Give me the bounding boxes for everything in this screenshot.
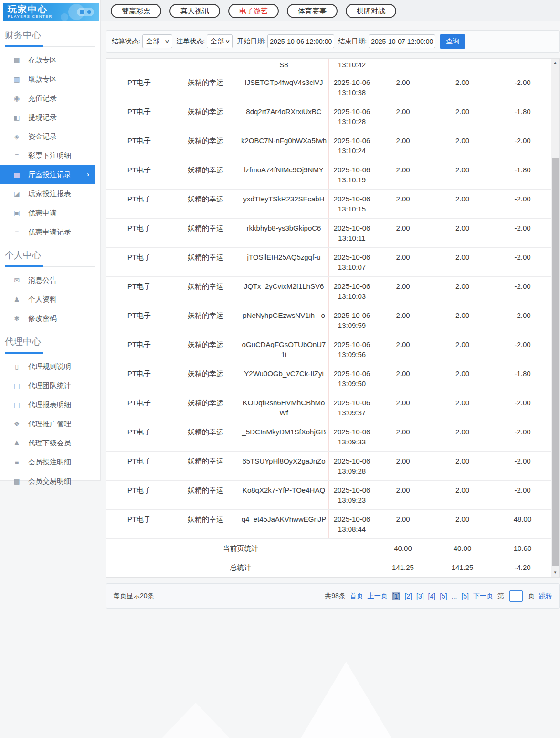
sidebar-section: 财务中心 ▤ 存款专区 › ▥ 取款专区 › ◉ 充值记录 › ◧ 提现记录 ›… [0, 26, 100, 242]
cell-winloss: -2.00 [494, 219, 551, 247]
sidebar-section-title: 个人中心 [5, 246, 95, 267]
cell-datetime: 2025-10-06 13:08:44 [329, 510, 375, 538]
start-date-input[interactable] [267, 34, 334, 48]
sidebar-item-member-bet-details[interactable]: ≡ 会员投注明细 › [0, 453, 100, 472]
page-number-link[interactable]: [4] [428, 592, 436, 600]
cell-game: 妖精的幸运 [172, 335, 239, 364]
page-number-link[interactable]: [5] [461, 592, 469, 600]
sidebar-item-profile[interactable]: ♟ 个人资料 › [0, 290, 100, 309]
cell-order-id: 65TSUYpHl8OyX2gaJnZo [239, 452, 329, 480]
end-date-input[interactable] [369, 34, 435, 48]
cell-game: 妖精的幸运 [172, 131, 239, 160]
nav-tab-electronic-games[interactable]: 电子游艺 [228, 4, 279, 18]
cell-game: 妖精的幸运 [172, 102, 239, 131]
first-page-link[interactable]: 首页 [350, 592, 363, 601]
nav-tab-sports[interactable]: 体育赛事 [287, 4, 338, 18]
background-watermark-triangle [141, 703, 251, 738]
cell-winloss: -2.00 [494, 306, 551, 335]
scroll-down-arrow-icon[interactable]: ▼ [551, 569, 559, 577]
cell-order-id: Ko8qX2k7-YfP-TOe4HAQ [239, 481, 329, 509]
summary-row: 总统计 141.25 141.25 -4.20 [106, 558, 551, 577]
cell-datetime: 2025-10-06 13:10:11 [329, 219, 375, 247]
app-subtitle: PLAYERS CENTER [8, 14, 94, 19]
cell-game: 妖精的幸运 [172, 248, 239, 276]
jump-button[interactable]: 跳转 [539, 592, 552, 601]
sidebar-item-funds-records[interactable]: ◈ 资金记录 › [0, 127, 100, 146]
cell-winloss: -1.80 [494, 364, 551, 393]
user-icon: ♟ [12, 295, 21, 303]
page-number-link[interactable]: [5] [440, 592, 447, 600]
bet-records-table: S8 13:10:42 PT电子 妖精的幸运 IJSETGTp4fwqV4s3c… [106, 58, 560, 578]
settle-status-select[interactable]: 全部 ∨ [142, 34, 172, 48]
sidebar-item-agent-promotion[interactable]: ❖ 代理推广管理 › [0, 414, 100, 433]
sidebar-item-announcements[interactable]: ✉ 消息公告 › [0, 271, 100, 290]
jump-page-input[interactable] [509, 590, 523, 602]
sidebar-item-label: 会员交易明细 [28, 477, 71, 486]
cell-winloss: -2.00 [494, 452, 551, 480]
cell-winloss: -2.00 [494, 277, 551, 306]
nav-tab-board-games[interactable]: 棋牌对战 [346, 4, 396, 18]
scrollbar-thumb[interactable] [552, 158, 559, 566]
prev-page-link[interactable]: 上一页 [368, 592, 388, 601]
sidebar-item-agent-rules[interactable]: ▯ 代理规则说明 › [0, 357, 100, 376]
cell-order-id: KODqfRsn6HVMhCBhMoWf [239, 393, 329, 422]
nav-tab-lottery[interactable]: 雙赢彩票 [111, 4, 161, 18]
sidebar-item-label: 存款专区 [28, 56, 57, 65]
cell-winloss: -2.00 [494, 481, 551, 509]
cell-valid-bet: 2.00 [431, 481, 494, 509]
sidebar-item-agent-team-stats[interactable]: ▤ 代理团队统计 › [0, 376, 100, 395]
cell-game: 妖精的幸运 [172, 510, 239, 538]
sidebar-item-agent-sub-members[interactable]: ♟ 代理下级会员 › [0, 433, 100, 453]
vertical-scrollbar[interactable]: ▲ ▼ [551, 59, 559, 577]
scroll-up-arrow-icon[interactable]: ▲ [551, 59, 559, 67]
report-book-icon: ▤ [12, 401, 21, 409]
sidebar-item-promo-application-records[interactable]: ≡ 优惠申请记录 › [0, 222, 100, 242]
sidebar-item-player-bet-report[interactable]: ◪ 玩家投注报表 › [0, 184, 100, 203]
nav-tab-live-video[interactable]: 真人视讯 [169, 4, 220, 18]
cell-winloss: -2.00 [494, 393, 551, 422]
cell-bet-amount: 2.00 [375, 190, 431, 218]
page-number-link[interactable]: [1] [392, 592, 401, 600]
sidebar-item-promo-application[interactable]: ▣ 优惠申请 › [0, 203, 100, 222]
sidebar-item-agent-report-details[interactable]: ▤ 代理报表明细 › [0, 395, 100, 414]
search-button[interactable]: 查询 [440, 34, 465, 49]
page-number-link[interactable]: [3] [416, 592, 424, 600]
table-row: PT电子 妖精的幸运 _5DCInMkyDM1SfXohjGB 2025-10-… [106, 422, 551, 452]
table-row: PT电子 妖精的幸运 65TSUYpHl8OyX2gaJnZo 2025-10-… [106, 452, 551, 481]
cell-bet-amount: 2.00 [375, 364, 431, 393]
cell-valid-bet: 2.00 [431, 364, 494, 393]
users-icon: ♟ [12, 439, 21, 447]
cell-bet-amount: 2.00 [375, 160, 431, 189]
cell-winloss: -1.80 [494, 160, 551, 189]
sidebar-item-label: 优惠申请记录 [28, 228, 71, 237]
sidebar-item-change-password[interactable]: ✱ 修改密码 › [0, 309, 100, 328]
cell-venue: PT电子 [106, 160, 172, 189]
order-status-select[interactable]: 全部 ∨ [207, 34, 233, 48]
sidebar-item-label: 提现记录 [28, 113, 57, 122]
sidebar-item-member-transaction-details[interactable]: ▤ 会员交易明细 › [0, 472, 100, 491]
gear-icon: ✱ [12, 315, 21, 322]
cell-winloss: -2.00 [494, 422, 551, 451]
sidebar-item-withdraw-zone[interactable]: ▥ 取款专区 › [0, 70, 100, 89]
sidebar-item-withdrawal-records[interactable]: ◧ 提现记录 › [0, 108, 100, 127]
cell-bet-amount: 2.00 [375, 219, 431, 247]
cell-game: 妖精的幸运 [172, 73, 239, 102]
cell-game: 妖精的幸运 [172, 481, 239, 509]
cell-order-id: IJSETGTp4fwqV4s3clVJ [239, 73, 329, 102]
page-number-link[interactable]: [2] [404, 592, 412, 600]
cell-venue: PT电子 [106, 510, 172, 538]
next-page-link[interactable]: 下一页 [473, 592, 493, 601]
sidebar-item-label: 修改密码 [28, 314, 57, 323]
cell-winloss: -1.80 [494, 102, 551, 131]
cell-valid-bet: 2.00 [431, 422, 494, 451]
records-icon: ≡ [12, 228, 21, 236]
summary-winloss: -4.20 [494, 558, 551, 577]
cell-time-tail: 13:10:42 [329, 59, 375, 73]
sidebar-item-lottery-bet-details[interactable]: ≡ 彩票下注明细 › [0, 146, 100, 165]
cell-order-id: oGuCDAgFGsOTUbOnU71i [239, 335, 329, 364]
cell-venue: PT电子 [106, 452, 172, 480]
cell-datetime: 2025-10-06 13:09:56 [329, 335, 375, 364]
sidebar-item-deposit-zone[interactable]: ▤ 存款专区 › [0, 51, 100, 70]
sidebar-item-venue-bet-records[interactable]: ▦ 厅室投注记录 › [0, 165, 95, 184]
sidebar-item-recharge-records[interactable]: ◉ 充值记录 › [0, 89, 100, 108]
